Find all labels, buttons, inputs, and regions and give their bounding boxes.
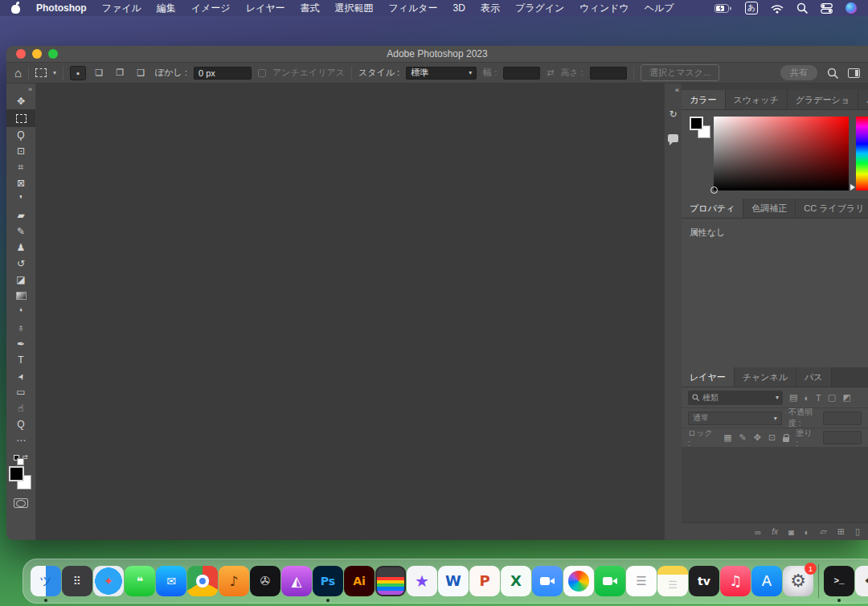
menu-window[interactable]: ウィンドウ — [579, 2, 628, 15]
height-input[interactable] — [590, 67, 627, 80]
menu-select[interactable]: 選択範囲 — [334, 2, 373, 15]
new-group-icon[interactable]: ▱ — [820, 526, 826, 537]
type-tool[interactable]: T — [6, 352, 36, 368]
history-panel-button[interactable]: ↻ — [665, 105, 682, 123]
filter-pixel-layers-icon[interactable]: ▤ — [789, 392, 797, 403]
search-icon[interactable] — [796, 2, 808, 14]
more-tools[interactable]: ⋯ — [6, 432, 36, 448]
menu-type[interactable]: 書式 — [300, 2, 319, 15]
menu-file[interactable]: ファイル — [102, 2, 141, 15]
dock-item-app-store[interactable]: A — [751, 566, 782, 596]
input-source-badge[interactable]: あ — [745, 2, 758, 14]
dock-item-safari[interactable]: ✦ — [93, 566, 124, 596]
dock-item-system-settings[interactable]: ⚙1 — [783, 566, 813, 596]
menu-3d[interactable]: 3D — [453, 2, 465, 14]
dock-item-terminal[interactable]: >_ — [824, 566, 854, 596]
layer-search-field[interactable]: 種類 ▾ — [688, 391, 783, 405]
siri-icon[interactable] — [845, 2, 857, 14]
dodge-tool[interactable]: ♁ — [6, 320, 36, 336]
control-center-icon[interactable] — [821, 3, 833, 14]
menu-help[interactable]: ヘルプ — [645, 2, 674, 15]
rectangular-marquee-tool[interactable] — [6, 109, 36, 127]
lock-position-icon[interactable]: ✥ — [754, 432, 761, 443]
width-input[interactable] — [503, 67, 540, 80]
crop-tool[interactable]: ⌗ — [6, 159, 36, 175]
menu-edit[interactable]: 編集 — [157, 2, 176, 15]
link-layers-icon[interactable]: ∞ — [755, 527, 761, 537]
tab-swatches[interactable]: スウォッチ — [726, 90, 788, 109]
chevron-down-icon[interactable]: ▾ — [53, 69, 56, 76]
filter-adjustment-layers-icon[interactable]: ◐ — [804, 393, 809, 403]
lock-image-pixels-icon[interactable]: ✎ — [739, 432, 747, 443]
comments-panel-button[interactable] — [665, 129, 682, 147]
pen-tool[interactable]: ✒ — [6, 336, 36, 352]
wifi-icon[interactable] — [771, 3, 784, 14]
zoom-tool[interactable]: Q — [6, 416, 36, 432]
subtract-selection-button[interactable]: ❐ — [112, 66, 128, 80]
dock-item-garageband[interactable]: ♪ — [219, 566, 249, 596]
style-select[interactable]: 標準▾ — [406, 67, 477, 80]
apple-menu-icon[interactable] — [11, 2, 21, 14]
dock-item-notes[interactable]: ☰ — [657, 566, 688, 596]
tab-adjustments[interactable]: 色調補正 — [743, 199, 796, 218]
dock-item-mail[interactable]: ✉ — [156, 566, 186, 596]
new-adjustment-layer-icon[interactable]: ◐ — [805, 527, 810, 537]
filter-type-layers-icon[interactable]: T — [816, 393, 821, 403]
eyedropper-tool[interactable]: ❜ — [6, 191, 36, 207]
dock-item-launchpad[interactable]: ⠿ — [62, 566, 92, 596]
lock-transparent-pixels-icon[interactable]: ▦ — [723, 432, 731, 443]
color-picker-marker[interactable] — [710, 186, 718, 194]
blur-tool[interactable]: ❛ — [6, 304, 36, 320]
dock-item-illustrator[interactable]: Ai — [344, 566, 375, 596]
foreground-color-swatch[interactable] — [9, 466, 24, 481]
swap-dimensions-icon[interactable]: ⇄ — [547, 68, 554, 78]
dock-item-chrome[interactable] — [187, 566, 218, 596]
add-layer-mask-icon[interactable]: ◙ — [788, 527, 794, 537]
home-icon[interactable]: ⌂ — [14, 66, 22, 80]
intersect-selection-button[interactable]: ❑ — [133, 66, 149, 80]
path-selection-tool[interactable]: ➤ — [6, 368, 36, 384]
menu-view[interactable]: 表示 — [481, 2, 500, 15]
eraser-tool[interactable]: ◪ — [6, 272, 36, 288]
dock-item-excel[interactable]: X — [501, 566, 531, 596]
dock-item-facetime[interactable] — [595, 566, 625, 596]
tool-preset-marquee-icon[interactable] — [35, 68, 47, 77]
quick-mask-button[interactable] — [14, 498, 28, 508]
canvas[interactable] — [36, 84, 664, 540]
dock-item-reminders[interactable]: ☰ — [626, 566, 657, 596]
hand-tool[interactable]: ☝ — [6, 400, 36, 416]
brush-tool[interactable]: ✎ — [6, 223, 36, 240]
dock-item-apple-tv[interactable]: tv — [689, 566, 719, 596]
tab-channels[interactable]: チャンネル — [735, 367, 796, 387]
filter-smart-objects-icon[interactable]: ◩ — [842, 392, 850, 403]
title-bar[interactable]: Adobe Photoshop 2023 — [6, 46, 868, 63]
dock-item-photoshop[interactable]: Ps — [313, 566, 343, 596]
tab-color[interactable]: カラー — [682, 90, 726, 109]
dock-item-finder[interactable]: ツ — [31, 566, 61, 596]
frame-tool[interactable]: ⊠ — [6, 175, 36, 191]
move-tool[interactable]: ✥ — [6, 93, 36, 109]
tab-patterns[interactable]: パターン — [858, 90, 868, 109]
dock-item-word[interactable]: W — [438, 566, 469, 596]
dock-item-music[interactable]: ♫ — [720, 566, 751, 596]
new-selection-button[interactable]: ▪ — [70, 66, 86, 80]
healing-brush-tool[interactable]: ▰ — [6, 207, 36, 223]
dock-item-final-cut-pro[interactable] — [375, 566, 406, 596]
menu-plugins[interactable]: プラグイン — [515, 2, 564, 15]
expand-tools-icon[interactable]: » — [28, 85, 32, 93]
delete-layer-icon[interactable]: ▯ — [855, 526, 860, 537]
battery-icon[interactable] — [714, 4, 732, 13]
history-brush-tool[interactable]: ↺ — [6, 256, 36, 272]
dock-item-zoom[interactable] — [532, 566, 563, 596]
tab-layers[interactable]: レイヤー — [682, 367, 735, 387]
dock-item-affinity-photo[interactable]: ◭ — [281, 566, 312, 596]
share-button[interactable]: 共有 — [780, 65, 817, 80]
dock-item-photos[interactable] — [563, 566, 594, 596]
saturation-brightness-field[interactable] — [714, 117, 849, 190]
expand-panels-icon[interactable]: « — [675, 86, 679, 94]
tab-gradients[interactable]: グラデーショ — [788, 90, 858, 109]
layers-list[interactable] — [682, 448, 868, 522]
select-and-mask-button[interactable]: 選択とマスク... — [641, 64, 719, 81]
blend-mode-select[interactable]: 通常 ▾ — [688, 412, 782, 425]
lock-artboard-icon[interactable]: ⊡ — [768, 432, 776, 443]
